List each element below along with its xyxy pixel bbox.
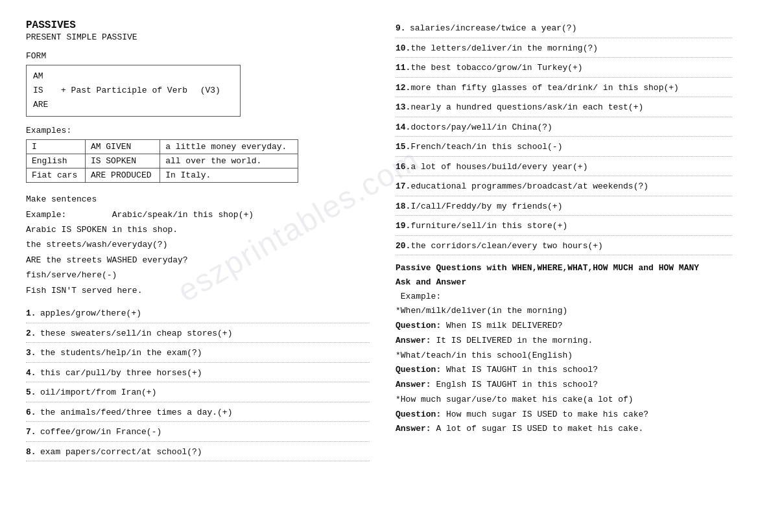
exercise-item: 14. doctors/pay/well/in China(?)	[396, 119, 732, 137]
exercise-text: French/teach/in this school(-)	[410, 141, 562, 154]
exercise-num: 9.	[396, 22, 410, 35]
qa-question-text-2: What IS TAUGHT in this school?	[446, 365, 598, 375]
qa-section: Example: *When/milk/deliver(in the morni…	[396, 290, 732, 437]
right-exercises-list: 9. salaries/increase/twice a year(?) 10.…	[396, 19, 732, 255]
qa-answer-2: Answer: Englsh IS TAUGHT in this school?	[396, 378, 732, 393]
make-sentences-section: Make sentences Example: Arabic/speak/in …	[26, 192, 370, 298]
exercise-item: 5. oil/import/from Iran(+)	[26, 384, 370, 402]
exercise-num: 15.	[396, 141, 410, 154]
exercise-num: 7.	[26, 426, 40, 439]
table-row: I AM GIVEN a little money everyday.	[27, 140, 298, 154]
exercise-num: 3.	[26, 347, 40, 360]
a-label: Answer:	[396, 336, 431, 345]
exercise-num: 17.	[396, 180, 410, 193]
exercise-item: 1. apples/grow/there(+)	[26, 305, 370, 323]
exercise-text: the students/help/in the exam(?)	[40, 347, 202, 360]
exercise-item: 4. this car/pull/by three horses(+)	[26, 364, 370, 383]
example-label: Example:	[26, 210, 66, 220]
exercise-text: more than fifty glasses of tea/drink/ in…	[410, 82, 678, 95]
exercise-item: 13. nearly a hundred questions/ask/in ea…	[396, 98, 732, 117]
table-cell-verb: ARE PRODUCED	[85, 168, 160, 183]
qa-question-2: Question: What IS TAUGHT in this school?	[396, 363, 732, 378]
q-label: Question:	[396, 365, 441, 375]
exercise-text: salaries/increase/twice a year(?)	[410, 22, 576, 35]
exercise-text: furniture/sell/in this store(+)	[410, 220, 567, 233]
exercise-item: 9. salaries/increase/twice a year(?)	[396, 19, 732, 38]
exercise-text: oil/import/from Iran(+)	[40, 386, 156, 399]
exercise-num: 13.	[396, 101, 410, 114]
exercise-text: a lot of houses/build/every year(+)	[410, 161, 587, 174]
exercise-text: educational programmes/broadcast/at week…	[410, 180, 648, 193]
exercise-item: 18. I/call/Freddy/by my friends(+)	[396, 198, 732, 216]
exercise-text: nearly a hundred questions/ask/in each t…	[410, 101, 643, 114]
exercise-num: 8.	[26, 446, 40, 459]
form-v3: (V3)	[200, 84, 220, 98]
qa-example-label: Example:	[396, 290, 732, 305]
right-column: 9. salaries/increase/twice a year(?) 10.…	[396, 19, 732, 463]
exercise-item: 8. exam papers/correct/at school(?)	[26, 443, 370, 462]
exercise-item: 11. the best tobacco/grow/in Turkey(+)	[396, 59, 732, 78]
form-box: AM IS + Past Participle of Verb (V3) ARE	[26, 65, 241, 117]
form-suffix: + Past Participle of Verb	[46, 84, 198, 98]
exercise-item: 6. the animals/feed/three times a day.(+…	[26, 404, 370, 422]
exercise-item: 17. educational programmes/broadcast/at …	[396, 178, 732, 196]
exercise-text: apples/grow/there(+)	[40, 307, 141, 320]
exercise-item: 12. more than fifty glasses of tea/drink…	[396, 79, 732, 98]
exercise-text: these sweaters/sell/in cheap stores(+)	[40, 327, 232, 340]
qa-prompt-1: *When/milk/deliver(in the morning)	[396, 304, 732, 319]
exercise-text: the corridors/clean/every two hours(+)	[410, 240, 602, 253]
exercise-text: the animals/feed/three times a day.(+)	[40, 406, 232, 419]
exercise-num: 10.	[396, 42, 410, 55]
passive-questions-title: Passive Questions with WHEN,WHERE,WHAT,H…	[396, 262, 732, 275]
a-label: Answer:	[396, 380, 431, 389]
table-cell-subject: I	[27, 140, 86, 154]
table-cell-subject: English	[27, 154, 86, 168]
exercise-text: this car/pull/by three horses(+)	[40, 367, 202, 380]
exercise-num: 6.	[26, 406, 40, 419]
page-layout: PASSIVES PRESENT SIMPLE PASSIVE FORM AM …	[26, 19, 732, 463]
qa-answer-text-3: A lot of sugar IS USED to maket his cake…	[436, 424, 643, 434]
exercise-item: 2. these sweaters/sell/in cheap stores(+…	[26, 325, 370, 343]
qa-question-text-1: When IS milk DELIVERED?	[446, 321, 562, 330]
form-is: IS	[33, 84, 43, 98]
exercise-text: doctors/pay/well/in China(?)	[410, 121, 552, 134]
qa-prompt-2: *What/teach/in this school(English)	[396, 349, 732, 364]
exercise-item: 7. coffee/grow/in France(-)	[26, 423, 370, 442]
examples-label: Examples:	[26, 126, 370, 135]
example-prompt: Arabic/speak/in this shop(+)	[112, 210, 254, 220]
form-row-am: AM	[33, 69, 220, 84]
exercise-text: exam papers/correct/at school(?)	[40, 446, 202, 459]
table-cell-verb: AM GIVEN	[85, 140, 160, 154]
sentence-line5: Fish ISN'T served here.	[26, 283, 370, 298]
left-exercises-list: 1. apples/grow/there(+) 2. these sweater…	[26, 305, 370, 461]
exercise-text: the letters/deliver/in the morning(?)	[410, 42, 598, 55]
q-label: Question:	[396, 321, 441, 330]
exercise-num: 2.	[26, 327, 40, 340]
page-subtitle: PRESENT SIMPLE PASSIVE	[26, 32, 370, 42]
exercise-num: 4.	[26, 367, 40, 380]
make-sentences-title: Make sentences	[26, 192, 370, 207]
qa-item-2: *What/teach/in this school(English) Ques…	[396, 349, 732, 393]
exercise-text: the best tobacco/grow/in Turkey(+)	[410, 62, 582, 75]
exercise-text: I/call/Freddy/by my friends(+)	[410, 200, 562, 213]
sentence-line4: fish/serve/here(-)	[26, 268, 370, 283]
exercise-num: 14.	[396, 121, 410, 134]
examples-table: I AM GIVEN a little money everyday. Engl…	[26, 139, 298, 183]
qa-answer-text-2: Englsh IS TAUGHT in this school?	[436, 380, 598, 389]
q-label: Question:	[396, 410, 441, 419]
qa-question-1: Question: When IS milk DELIVERED?	[396, 319, 732, 334]
table-cell-verb: IS SOPKEN	[85, 154, 160, 168]
exercise-text: coffee/grow/in France(-)	[40, 426, 161, 439]
qa-item-1: *When/milk/deliver(in the morning) Quest…	[396, 304, 732, 348]
exercise-num: 1.	[26, 307, 40, 320]
form-am: AM	[33, 69, 43, 84]
page-title: PASSIVES	[26, 19, 370, 31]
sentence-line3: ARE the streets WASHED everyday?	[26, 253, 370, 268]
exercise-item: 19. furniture/sell/in this store(+)	[396, 217, 732, 236]
exercise-item: 10. the letters/deliver/in the morning(?…	[396, 40, 732, 58]
form-are: ARE	[33, 98, 48, 112]
qa-answer-3: Answer: A lot of sugar IS USED to maket …	[396, 422, 732, 437]
a-label: Answer:	[396, 424, 431, 434]
exercise-item: 20. the corridors/clean/every two hours(…	[396, 237, 732, 256]
exercise-item: 3. the students/help/in the exam(?)	[26, 344, 370, 363]
